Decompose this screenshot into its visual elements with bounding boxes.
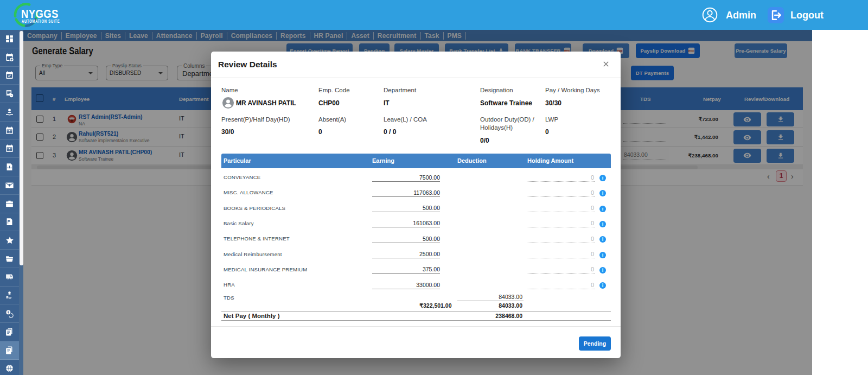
svg-text:₹: ₹	[8, 311, 10, 314]
